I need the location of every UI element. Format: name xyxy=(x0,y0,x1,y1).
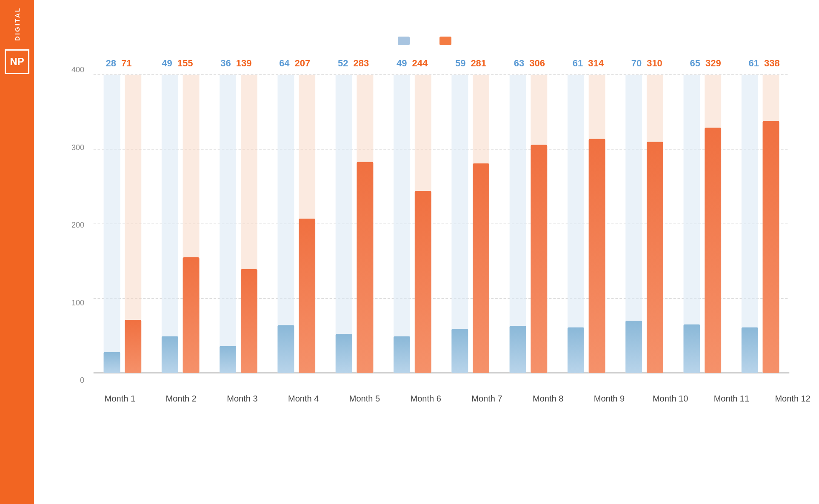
val-ai: 49 xyxy=(397,58,407,69)
bar-chart xyxy=(89,71,793,381)
svg-rect-12 xyxy=(183,257,200,373)
y-tick-label: 400 xyxy=(71,65,84,74)
value-labels-group: 64207 xyxy=(265,58,324,69)
page-wrapper: digital NP 28714915536139642075228349244… xyxy=(0,0,819,504)
value-labels-group: 70310 xyxy=(617,58,676,69)
val-ai: 70 xyxy=(631,58,642,69)
chart-svg-wrapper xyxy=(89,71,793,390)
svg-rect-51 xyxy=(742,327,758,373)
svg-rect-21 xyxy=(336,75,352,373)
val-human: 338 xyxy=(764,58,780,69)
val-human: 244 xyxy=(412,58,428,69)
y-axis: 0100200300400 xyxy=(60,71,89,390)
legend-ai xyxy=(398,37,414,45)
value-labels-group: 49244 xyxy=(383,58,442,69)
val-human: 71 xyxy=(121,58,131,69)
val-human: 207 xyxy=(295,58,311,69)
svg-rect-28 xyxy=(415,191,431,373)
svg-rect-44 xyxy=(647,142,663,373)
svg-rect-15 xyxy=(220,346,236,373)
logo-np: NP xyxy=(10,57,24,67)
svg-rect-13 xyxy=(220,75,236,373)
value-labels-row: 2871491553613964207522834924459281633066… xyxy=(60,58,793,69)
val-ai: 63 xyxy=(514,58,524,69)
xaxis-label: Month 6 xyxy=(395,390,457,404)
xaxis-label: Month 9 xyxy=(579,390,640,404)
value-labels-group: 2871 xyxy=(89,58,148,69)
val-human: 329 xyxy=(705,58,721,69)
val-human: 306 xyxy=(529,58,545,69)
svg-rect-25 xyxy=(394,75,410,373)
xaxis-label: Month 3 xyxy=(212,390,273,404)
xaxis-label: Month 7 xyxy=(457,390,518,404)
xaxis-label: Month 8 xyxy=(517,390,579,404)
val-ai: 36 xyxy=(220,58,231,69)
svg-rect-8 xyxy=(125,320,141,373)
svg-rect-23 xyxy=(336,334,352,373)
svg-rect-43 xyxy=(625,321,642,373)
svg-rect-52 xyxy=(763,121,779,373)
svg-rect-27 xyxy=(394,336,410,373)
y-tick-label: 100 xyxy=(71,299,84,308)
value-labels-group: 36139 xyxy=(207,58,265,69)
svg-rect-39 xyxy=(568,327,584,373)
val-human: 314 xyxy=(588,58,604,69)
svg-rect-16 xyxy=(241,269,257,373)
value-labels-group: 52283 xyxy=(324,58,383,69)
svg-rect-31 xyxy=(451,329,468,373)
legend-ai-swatch xyxy=(398,37,410,45)
xaxis-label: Month 12 xyxy=(762,390,819,404)
y-tick-label: 300 xyxy=(71,143,84,152)
legend xyxy=(60,37,793,45)
legend-human-swatch xyxy=(439,37,451,45)
val-human: 281 xyxy=(471,58,486,69)
val-ai: 52 xyxy=(338,58,348,69)
svg-rect-29 xyxy=(451,75,468,373)
sidebar: digital NP xyxy=(0,0,34,504)
val-human: 139 xyxy=(236,58,252,69)
xaxis-label: Month 10 xyxy=(640,390,701,404)
brand-digital-label: digital xyxy=(14,7,21,41)
val-ai: 64 xyxy=(279,58,289,69)
value-labels-group: 61338 xyxy=(735,58,793,69)
svg-rect-5 xyxy=(104,75,120,373)
val-ai: 49 xyxy=(162,58,172,69)
svg-rect-19 xyxy=(277,325,294,373)
svg-rect-36 xyxy=(531,145,547,373)
value-labels-group: 49155 xyxy=(148,58,207,69)
svg-rect-47 xyxy=(684,325,700,373)
val-human: 310 xyxy=(647,58,662,69)
svg-rect-20 xyxy=(299,219,315,373)
svg-rect-24 xyxy=(357,162,374,373)
svg-rect-9 xyxy=(162,75,178,373)
svg-rect-35 xyxy=(510,326,526,373)
chart-with-yaxis: 0100200300400 xyxy=(60,71,793,390)
logo-box: NP xyxy=(5,49,29,74)
legend-human xyxy=(439,37,456,45)
value-labels-group: 65329 xyxy=(676,58,735,69)
xaxis-label: Month 5 xyxy=(334,390,395,404)
svg-rect-11 xyxy=(162,336,178,373)
val-ai: 59 xyxy=(455,58,465,69)
svg-rect-7 xyxy=(104,352,120,373)
val-human: 283 xyxy=(354,58,369,69)
main-content: 2871491553613964207522834924459281633066… xyxy=(34,0,819,421)
value-labels-group: 59281 xyxy=(442,58,500,69)
xaxis-label: Month 4 xyxy=(273,390,334,404)
y-tick-label: 0 xyxy=(80,376,84,385)
svg-rect-32 xyxy=(473,163,489,373)
val-ai: 28 xyxy=(106,58,116,69)
val-ai: 65 xyxy=(690,58,700,69)
xaxis-label: Month 2 xyxy=(151,390,212,404)
val-ai: 61 xyxy=(749,58,759,69)
value-labels-group: 63306 xyxy=(500,58,559,69)
xaxis-label: Month 1 xyxy=(89,390,151,404)
value-labels-group: 61314 xyxy=(559,58,617,69)
val-ai: 61 xyxy=(573,58,583,69)
xaxis-labels: Month 1Month 2Month 3Month 4Month 5Month… xyxy=(89,390,819,404)
svg-rect-48 xyxy=(705,128,721,373)
y-tick-label: 200 xyxy=(71,221,84,230)
xaxis-label: Month 11 xyxy=(701,390,762,404)
svg-rect-40 xyxy=(589,139,605,373)
val-human: 155 xyxy=(177,58,193,69)
